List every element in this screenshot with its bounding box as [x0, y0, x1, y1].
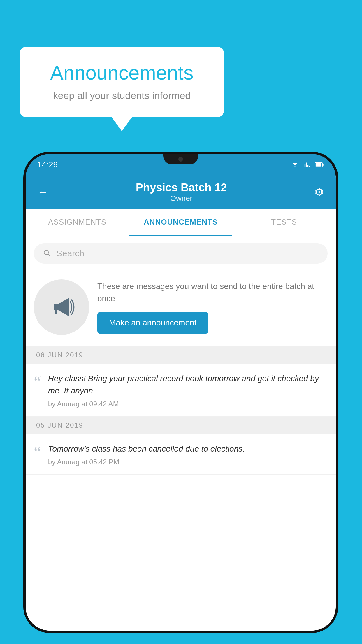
megaphone-icon: [47, 293, 76, 322]
back-button[interactable]: ←: [37, 186, 48, 199]
search-placeholder: Search: [57, 249, 84, 258]
speech-bubble: Announcements keep all your students inf…: [20, 47, 224, 117]
announcement-text-1: Hey class! Bring your practical record b…: [48, 372, 328, 397]
content-area: Search: [26, 236, 336, 631]
search-bar[interactable]: Search: [34, 243, 328, 264]
signal-icon: [303, 162, 312, 168]
announcement-item-2: “ Tomorrow's class has been cancelled du…: [26, 434, 336, 475]
make-announcement-button[interactable]: Make an announcement: [97, 312, 208, 334]
quote-icon-2: “: [34, 444, 41, 460]
megaphone-circle: [34, 279, 89, 335]
wifi-icon: [290, 162, 300, 168]
header-title: Physics Batch 12: [136, 181, 227, 194]
announcement-content-2: Tomorrow's class has been cancelled due …: [48, 443, 245, 466]
status-time: 14:29: [37, 160, 58, 169]
phone-inner: ← Physics Batch 12 Owner ⚙ ASSIGNMENTS A…: [26, 176, 336, 631]
announcement-text-2: Tomorrow's class has been cancelled due …: [48, 443, 245, 455]
announcement-item-1: “ Hey class! Bring your practical record…: [26, 364, 336, 416]
announcement-right: These are messages you want to send to t…: [97, 280, 328, 334]
phone-frame: 14:29 ← Physics Batch 12 Owner: [23, 152, 338, 633]
announcement-content-1: Hey class! Bring your practical record b…: [48, 372, 328, 408]
tab-assignments[interactable]: ASSIGNMENTS: [26, 209, 129, 236]
tab-announcements[interactable]: ANNOUNCEMENTS: [129, 209, 233, 236]
quote-icon-1: “: [34, 374, 41, 390]
svg-rect-2: [322, 164, 324, 166]
header-subtitle: Owner: [136, 194, 227, 203]
svg-rect-1: [316, 163, 321, 166]
tab-tests[interactable]: TESTS: [232, 209, 336, 236]
announcement-meta-2: by Anurag at 05:42 PM: [48, 458, 245, 466]
announcement-meta-1: by Anurag at 09:42 AM: [48, 400, 328, 408]
date-separator-1: 06 JUN 2019: [26, 346, 336, 364]
status-bar: 14:29: [26, 154, 336, 176]
search-icon: [43, 249, 52, 258]
battery-icon: [315, 162, 324, 168]
announcement-description: These are messages you want to send to t…: [97, 280, 328, 305]
bubble-title: Announcements: [37, 61, 206, 84]
camera-dot: [178, 157, 183, 162]
date-separator-2: 05 JUN 2019: [26, 416, 336, 434]
tabs-bar: ASSIGNMENTS ANNOUNCEMENTS TESTS: [26, 209, 336, 236]
app-header: ← Physics Batch 12 Owner ⚙: [26, 176, 336, 209]
status-icons: [290, 162, 324, 168]
announcement-prompt: These are messages you want to send to t…: [26, 271, 336, 346]
settings-button[interactable]: ⚙: [314, 186, 324, 199]
notch: [163, 154, 198, 164]
svg-rect-3: [55, 310, 57, 314]
header-center: Physics Batch 12 Owner: [136, 181, 227, 203]
bubble-subtitle: keep all your students informed: [37, 90, 206, 101]
